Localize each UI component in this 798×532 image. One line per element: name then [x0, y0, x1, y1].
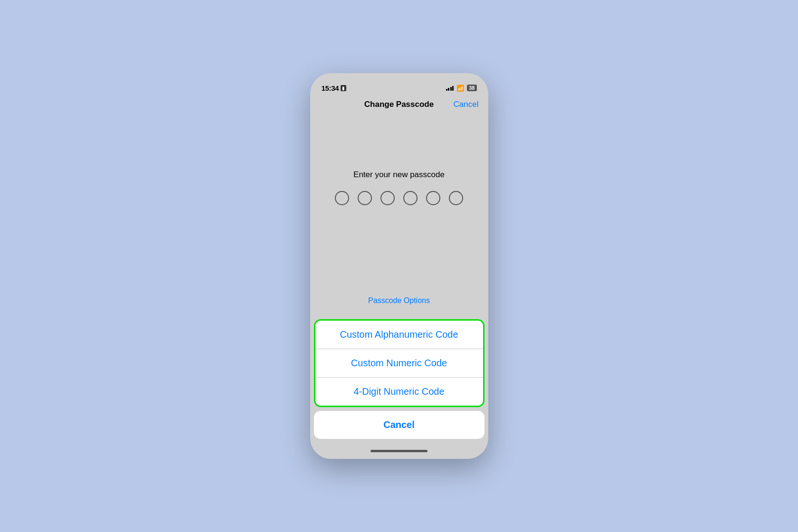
phone-frame: 15:34 ▮ 📶 38 Change Passcode Cancel Ente… — [310, 73, 488, 459]
battery-level: 38 — [469, 85, 475, 91]
home-indicator — [370, 450, 428, 452]
action-sheet-item-alphanumeric[interactable]: Custom Alphanumeric Code — [315, 321, 483, 349]
home-indicator-bar — [310, 443, 488, 459]
action-sheet-container: Custom Alphanumeric Code Custom Numeric … — [310, 319, 488, 443]
passcode-prompt: Enter your new passcode — [353, 170, 445, 180]
passcode-dot-1 — [335, 191, 349, 205]
passcode-options-link[interactable]: Passcode Options — [368, 296, 430, 305]
signal-bar-2 — [448, 88, 449, 91]
action-sheet-item-numeric[interactable]: Custom Numeric Code — [315, 349, 483, 377]
status-time: 15:34 — [322, 84, 339, 92]
signal-bar-3 — [450, 87, 452, 91]
action-sheet: Custom Alphanumeric Code Custom Numeric … — [314, 319, 484, 407]
action-sheet-item-4digit[interactable]: 4-Digit Numeric Code — [315, 377, 483, 406]
passcode-dot-4 — [403, 191, 418, 205]
signal-bar-4 — [452, 86, 454, 91]
battery-indicator: 38 — [467, 85, 476, 91]
status-left: 15:34 ▮ — [322, 84, 347, 92]
action-sheet-cancel-button[interactable]: Cancel — [314, 411, 484, 439]
status-bar: 15:34 ▮ 📶 38 — [310, 73, 488, 96]
passcode-dots — [335, 191, 463, 205]
id-icon: ▮ — [341, 85, 346, 91]
action-sheet-cancel: Cancel — [314, 411, 484, 439]
passcode-dot-2 — [358, 191, 372, 205]
passcode-dot-5 — [426, 191, 440, 205]
wifi-icon: 📶 — [456, 85, 464, 92]
nav-title: Change Passcode — [364, 100, 434, 109]
status-icons: 📶 38 — [446, 85, 477, 92]
main-content: Enter your new passcode Passcode Options — [310, 113, 488, 319]
passcode-dot-6 — [449, 191, 463, 205]
signal-bars-icon — [446, 85, 454, 91]
signal-bar-1 — [446, 89, 447, 91]
nav-bar: Change Passcode Cancel — [310, 96, 488, 113]
passcode-dot-3 — [380, 191, 395, 205]
nav-cancel-button[interactable]: Cancel — [454, 100, 479, 109]
